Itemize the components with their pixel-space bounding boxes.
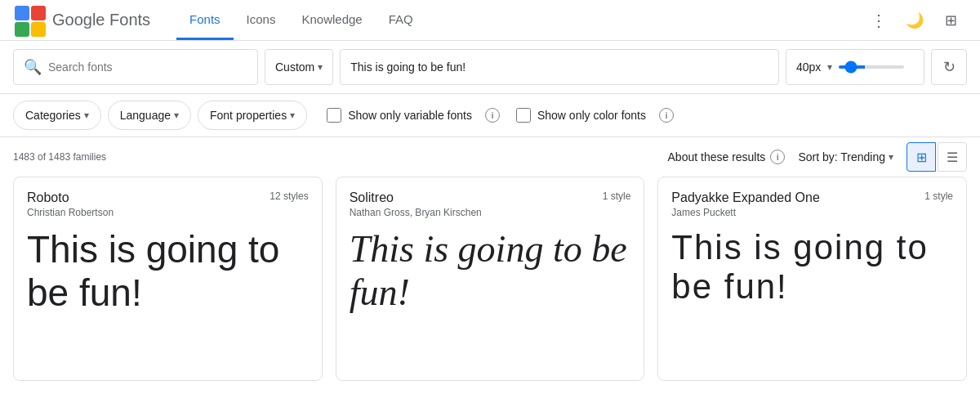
svg-rect-3 xyxy=(31,22,46,37)
search-icon: 🔍 xyxy=(24,58,42,76)
categories-label: Categories xyxy=(25,109,81,122)
nav-link-knowledge[interactable]: Knowledge xyxy=(288,0,375,40)
sort-label: Sort by: Trending xyxy=(798,150,885,163)
sort-control[interactable]: Sort by: Trending ▾ xyxy=(798,150,893,163)
chevron-down-icon: ▾ xyxy=(318,61,323,73)
card-preview-padyakke: This is going to be fun! xyxy=(671,228,953,367)
card-font-name-padyakke: Padyakke Expanded One xyxy=(671,190,819,205)
chevron-down-icon-sort: ▾ xyxy=(889,151,893,163)
view-toggle: ⊞ ☰ xyxy=(906,142,967,172)
results-header: 1483 of 1483 families About these result… xyxy=(0,137,980,177)
card-preview-solitreo: This is going to be fun! xyxy=(350,228,631,367)
nav-knowledge-label: Knowledge xyxy=(301,12,362,26)
nav-icons-label: Icons xyxy=(247,12,276,26)
variable-fonts-checkbox[interactable] xyxy=(327,108,341,123)
color-fonts-checkbox-label[interactable]: Show only color fonts xyxy=(510,108,653,123)
size-label: 40px xyxy=(796,60,821,74)
results-right: About these results i Sort by: Trending … xyxy=(668,142,967,172)
theme-toggle-button[interactable]: 🌙 xyxy=(898,4,931,37)
nav-links: Fonts Icons Knowledge FAQ xyxy=(176,0,862,40)
language-label: Language xyxy=(120,109,171,122)
search-area: 🔍 Custom ▾ 40px ▾ ↻ xyxy=(0,41,980,94)
card-styles-count-solitreo: 1 style xyxy=(603,190,631,202)
font-properties-filter-button[interactable]: Font properties ▾ xyxy=(198,101,307,130)
color-fonts-info-icon[interactable]: i xyxy=(659,108,674,123)
logo-link[interactable]: Google Fonts xyxy=(13,4,150,37)
nav-link-fonts[interactable]: Fonts xyxy=(176,0,234,40)
svg-rect-0 xyxy=(15,6,29,20)
card-header-padyakke: Padyakke Expanded One 1 style xyxy=(671,190,953,205)
card-author-solitreo: Nathan Gross, Bryan Kirschen xyxy=(350,207,631,218)
card-font-name-solitreo: Solitreo xyxy=(350,190,394,205)
cards-area: Roboto 12 styles Christian Robertson Thi… xyxy=(0,177,980,381)
custom-button[interactable]: Custom ▾ xyxy=(265,49,333,85)
search-input[interactable] xyxy=(48,60,228,74)
size-control: 40px ▾ xyxy=(786,49,924,85)
chevron-down-icon-cat: ▾ xyxy=(84,110,89,121)
search-box: 🔍 xyxy=(13,49,258,85)
preview-text-padyakke: This is going to be fun! xyxy=(671,228,953,307)
card-author: Christian Robertson xyxy=(27,207,309,218)
nav-link-faq[interactable]: FAQ xyxy=(376,0,426,40)
app-grid-button[interactable]: ⊞ xyxy=(934,4,967,37)
grid-view-button[interactable]: ⊞ xyxy=(906,142,936,172)
nav-fonts-label: Fonts xyxy=(189,12,220,26)
variable-fonts-text: Show only variable fonts xyxy=(348,109,472,122)
navbar: Google Fonts Fonts Icons Knowledge FAQ ⋮… xyxy=(0,0,980,41)
card-header: Roboto 12 styles xyxy=(27,190,309,205)
variable-fonts-info-icon[interactable]: i xyxy=(485,108,500,123)
filters-area: Categories ▾ Language ▾ Font properties … xyxy=(0,94,980,137)
refresh-button[interactable]: ↻ xyxy=(931,49,967,85)
results-count: 1483 of 1483 families xyxy=(13,151,106,163)
card-header-solitreo: Solitreo 1 style xyxy=(350,190,631,205)
size-slider[interactable] xyxy=(839,65,904,69)
nav-faq-label: FAQ xyxy=(389,12,413,26)
about-results-info-icon[interactable]: i xyxy=(770,150,785,164)
chevron-down-icon-lang: ▾ xyxy=(174,110,179,121)
nav-link-icons[interactable]: Icons xyxy=(234,0,289,40)
variable-fonts-checkbox-label[interactable]: Show only variable fonts xyxy=(320,108,479,123)
card-styles-count: 12 styles xyxy=(270,190,308,202)
font-card-solitreo[interactable]: Solitreo 1 style Nathan Gross, Bryan Kir… xyxy=(336,177,645,381)
more-options-button[interactable]: ⋮ xyxy=(862,4,895,37)
preview-text: This is going to be fun! xyxy=(27,228,309,315)
font-properties-label: Font properties xyxy=(210,109,287,122)
list-view-button[interactable]: ☰ xyxy=(938,142,967,172)
svg-rect-1 xyxy=(31,6,46,20)
about-results: About these results i xyxy=(668,150,786,164)
font-card-roboto[interactable]: Roboto 12 styles Christian Robertson Thi… xyxy=(13,177,323,381)
color-fonts-checkbox[interactable] xyxy=(516,108,531,123)
svg-rect-2 xyxy=(15,22,29,37)
custom-label: Custom xyxy=(275,60,314,74)
card-author-padyakke: James Puckett xyxy=(671,207,953,218)
language-filter-button[interactable]: Language ▾ xyxy=(108,101,191,130)
preview-text-solitreo: This is going to be fun! xyxy=(350,228,631,315)
chevron-down-icon-fp: ▾ xyxy=(290,110,295,121)
logo-text: Google Fonts xyxy=(52,11,150,29)
about-results-text: About these results xyxy=(668,150,766,163)
categories-filter-button[interactable]: Categories ▾ xyxy=(13,101,101,130)
preview-text-input[interactable] xyxy=(340,49,779,85)
card-font-name: Roboto xyxy=(27,190,69,205)
nav-right-actions: ⋮ 🌙 ⊞ xyxy=(862,4,967,37)
chevron-down-icon-size: ▾ xyxy=(827,61,832,73)
card-preview: This is going to be fun! xyxy=(27,228,309,367)
font-card-padyakke[interactable]: Padyakke Expanded One 1 style James Puck… xyxy=(657,177,967,381)
color-fonts-text: Show only color fonts xyxy=(537,109,646,122)
google-logo-icon xyxy=(13,4,46,37)
card-styles-count-padyakke: 1 style xyxy=(924,190,953,202)
